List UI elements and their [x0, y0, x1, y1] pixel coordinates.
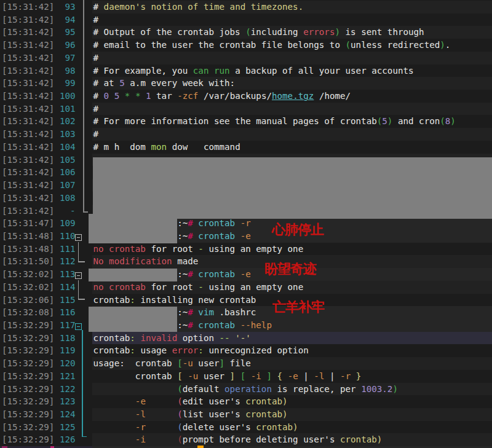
- log-line-126[interactable]: [15:32:29]126 -i (prompt before deleting…: [0, 433, 492, 446]
- log-line-118[interactable]: [15:32:29]118crontab: invalid option -- …: [0, 332, 492, 345]
- line-number: 102: [54, 115, 76, 128]
- log-line-100[interactable]: [15:31:42]100# 0 5 * * 1 tar -zcf /var/b…: [0, 90, 492, 103]
- log-line-99[interactable]: [15:31:42]99# at 5 a.m every week with:: [0, 77, 492, 90]
- timestamp: [15:32:29]: [2, 332, 54, 345]
- log-line-113[interactable]: [15:32:02]113 :~# crontab -e: [0, 268, 492, 281]
- log-line-110[interactable]: [15:31:48]110 :~# crontab -e: [0, 230, 492, 243]
- annotation-1: 心肺停止: [272, 222, 323, 237]
- line-number: 112: [54, 255, 76, 268]
- log-line-94[interactable]: [15:31:42]94#: [0, 14, 492, 26]
- timestamp: [15:31:42]: [2, 154, 54, 167]
- row-background: [92, 103, 492, 116]
- log-line-117[interactable]: [15:32:29]117 :~# crontab --help: [0, 319, 492, 332]
- line-number: 113: [54, 268, 76, 281]
- log-line-116[interactable]: [15:32:08]116 :~# vim .bashrc: [0, 306, 492, 319]
- redaction-block-prompt-113: [89, 269, 177, 281]
- log-line-103[interactable]: [15:31:42]103#: [0, 128, 492, 141]
- line-content: # For more information see the manual pa…: [93, 115, 456, 128]
- line-number: 106: [54, 166, 76, 179]
- log-line-112[interactable]: [15:31:50]112No modification made: [0, 255, 492, 268]
- log-viewer: [15:31:42]93# daemon's notion of time an…: [0, 0, 492, 448]
- log-line-97[interactable]: [15:31:42]97#: [0, 52, 492, 65]
- log-line-98[interactable]: [15:31:42]98# For example, you can run a…: [0, 65, 492, 77]
- timestamp: [15:31:48]: [2, 230, 54, 243]
- log-line-122[interactable]: [15:32:29]122 (default operation is repl…: [0, 383, 492, 396]
- log-line-95[interactable]: [15:31:42]95# Output of the crontab jobs…: [0, 26, 492, 39]
- fold-toggle-113[interactable]: [75, 272, 82, 279]
- timestamp: [15:31:42]: [2, 52, 54, 65]
- line-content: #: [93, 52, 99, 65]
- log-line-115[interactable]: [15:32:06]115crontab: installing new cro…: [0, 294, 492, 307]
- line-number: 104: [54, 141, 76, 154]
- fold-toggle-117[interactable]: [75, 323, 82, 330]
- log-line-114[interactable]: [15:32:02]114no crontab for root - using…: [0, 281, 492, 294]
- line-number: 115: [54, 294, 76, 307]
- line-content: # For example, you can run a backup of a…: [93, 65, 414, 77]
- line-content: crontab: invalid option -- '-': [93, 332, 251, 345]
- line-content: (default operation is replace, per 1003.…: [93, 383, 398, 396]
- log-line-102[interactable]: [15:31:42]102# For more information see …: [0, 115, 492, 128]
- line-content: -e (edit user's crontab): [93, 395, 288, 408]
- line-content: no crontab for root - using an empty one: [93, 243, 304, 256]
- log-line-125[interactable]: [15:32:29]125 -r (delete user's crontab): [0, 421, 492, 434]
- timestamp: [15:32:02]: [2, 268, 54, 281]
- fold-toggle-110[interactable]: [75, 234, 82, 241]
- line-number: 100: [54, 90, 76, 103]
- timestamp: [15:31:42]: [2, 141, 54, 154]
- timestamp: [15:31:42]: [2, 26, 54, 39]
- log-line-96[interactable]: [15:31:42]96# email to the user the cron…: [0, 39, 492, 52]
- line-number: 114: [54, 281, 76, 294]
- log-line-111[interactable]: [15:31:48]111no crontab for root - using…: [0, 243, 492, 256]
- line-content: -r (delete user's crontab): [93, 421, 298, 434]
- timestamp: [15:32:29]: [2, 344, 54, 357]
- line-number: 108: [54, 192, 76, 205]
- row-background: [92, 128, 492, 141]
- log-line-109[interactable]: [15:31:47]109 :~# crontab -r: [0, 217, 492, 230]
- timestamp: [15:31:42]: [2, 90, 54, 103]
- line-number: 101: [54, 103, 76, 116]
- line-content: -l (list user's crontab): [93, 408, 288, 421]
- timestamp: [15:31:42]: [2, 179, 54, 192]
- line-content: # daemon's notion of time and timezones.: [93, 1, 304, 14]
- log-line-121[interactable]: [15:32:29]121 crontab [ -u user ] [ -i ]…: [0, 370, 492, 383]
- log-line-104[interactable]: [15:31:42]104# m h dom mon dow command: [0, 141, 492, 154]
- line-content: #: [93, 103, 99, 116]
- fold-guide-top-corner: [83, 211, 88, 213]
- line-content: #: [93, 128, 99, 141]
- timestamp: [15:31:42]: [2, 14, 54, 26]
- timestamp: [15:32:29]: [2, 395, 54, 408]
- line-number: 99: [54, 77, 76, 90]
- fold-conn-110-corner: [78, 261, 85, 262]
- line-number: 118: [54, 332, 76, 345]
- fold-conn-110: [78, 242, 79, 262]
- bottom-sliver-orange: [197, 446, 204, 448]
- timestamp: [15:32:29]: [2, 319, 54, 332]
- line-number: 125: [54, 421, 76, 434]
- timestamp: [15:32:08]: [2, 306, 54, 319]
- line-content: usage: crontab [-u user] file: [93, 357, 251, 370]
- line-content: # 0 5 * * 1 tar -zcf /var/backups/home.t…: [93, 90, 351, 103]
- annotation-2: 盼望奇迹: [264, 262, 316, 276]
- fold-conn-113-v: [78, 280, 79, 299]
- log-line-120[interactable]: [15:32:29]120usage: crontab [-u user] fi…: [0, 357, 492, 370]
- line-content: crontab: installing new crontab: [93, 294, 256, 307]
- log-line-123[interactable]: [15:32:29]123 -e (edit user's crontab): [0, 395, 492, 408]
- timestamp: [15:32:29]: [2, 408, 54, 421]
- log-line-124[interactable]: [15:32:29]124 -l (list user's crontab): [0, 408, 492, 421]
- timestamp: [15:32:29]: [2, 370, 54, 383]
- line-content: # Output of the crontab jobs (including …: [93, 26, 424, 39]
- line-number: 95: [54, 26, 76, 39]
- redaction-block-prompt-109: [89, 214, 177, 243]
- timestamp: [15:31:42]: [2, 65, 54, 77]
- line-content: # m h dom mon dow command: [93, 141, 240, 154]
- row-background: [92, 14, 492, 26]
- line-number: 93: [54, 1, 76, 14]
- timestamp: [15:31:42]: [2, 128, 54, 141]
- log-line-101[interactable]: [15:31:42]101#: [0, 103, 492, 116]
- log-line-93[interactable]: [15:31:42]93# daemon's notion of time an…: [0, 1, 492, 14]
- line-number: 107: [54, 179, 76, 192]
- timestamp: [15:31:42]: [2, 192, 54, 205]
- log-line-119[interactable]: [15:32:29]119crontab: usage error: unrec…: [0, 344, 492, 357]
- line-number: 116: [54, 306, 76, 319]
- timestamp: [15:31:48]: [2, 243, 54, 256]
